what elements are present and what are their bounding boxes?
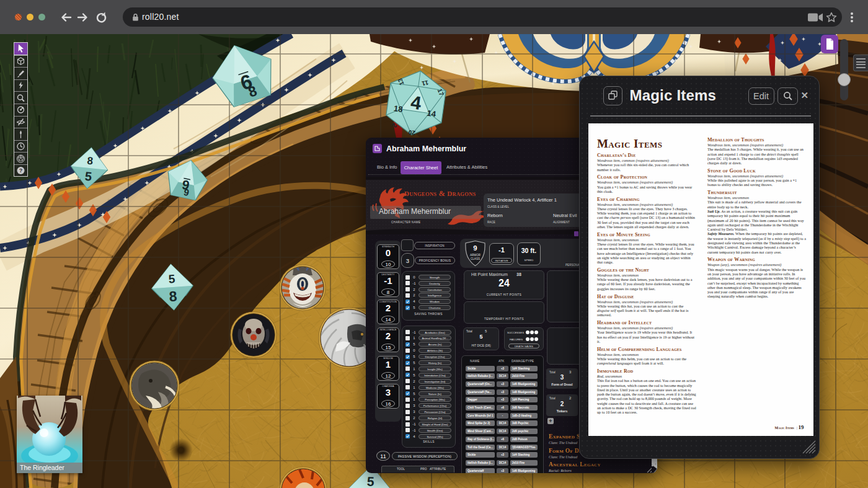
svg-text:ARMOR: ARMOR xyxy=(470,254,481,257)
svg-text:5: 5 xyxy=(366,474,374,488)
svg-text:CLASS: CLASS xyxy=(471,257,480,260)
svg-text:8: 8 xyxy=(169,288,178,304)
svg-text:18: 18 xyxy=(393,104,403,114)
svg-text:14: 14 xyxy=(427,109,437,119)
svg-text:5: 5 xyxy=(168,272,175,286)
svg-text:8: 8 xyxy=(86,155,93,167)
svg-text:20: 20 xyxy=(408,129,416,137)
svg-text:5: 5 xyxy=(84,169,92,184)
svg-text:?: ? xyxy=(19,168,23,174)
svg-text:9: 9 xyxy=(473,244,477,252)
svg-text:DUNGEONS & DRAGONS: DUNGEONS & DRAGONS xyxy=(404,189,476,198)
